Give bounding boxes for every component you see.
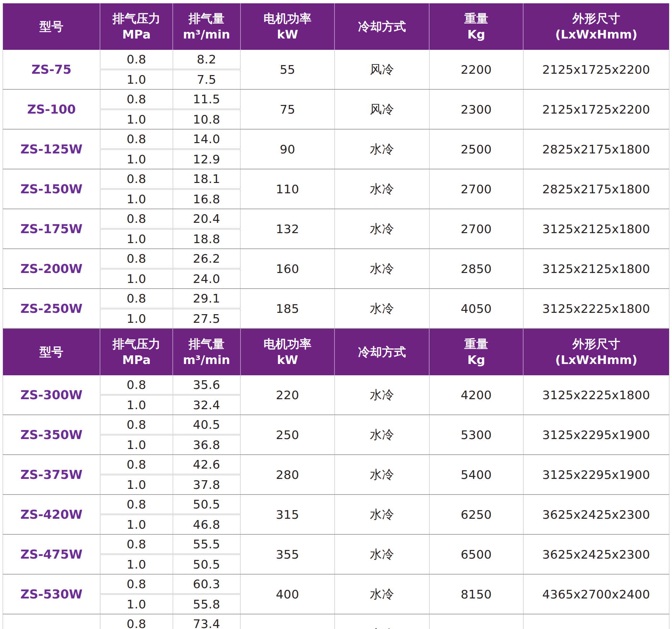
- header-row: 型号排气压力MPa排气量m³/min电机功率kW冷却方式重量Kg外形尺寸(LxW…: [3, 3, 669, 50]
- volume-cell: 20.4: [173, 209, 240, 229]
- cooling-cell: 水冷: [335, 534, 429, 574]
- header-label: (LxWxHmm): [524, 352, 669, 368]
- model-cell: ZS-125W: [3, 129, 100, 169]
- weight-cell: 2200: [429, 50, 523, 89]
- volume-cell: 27.5: [173, 309, 240, 329]
- volume-cell: 12.9: [173, 149, 240, 169]
- spec-table-upper: 型号排气压力MPa排气量m³/min电机功率kW冷却方式重量Kg外形尺寸(LxW…: [3, 3, 669, 329]
- cooling-cell: 风冷: [335, 89, 429, 129]
- power-cell: 90: [240, 129, 335, 169]
- pressure-cell: 1.0: [100, 189, 173, 209]
- header-label: 排气量: [173, 10, 240, 27]
- volume-cell: 46.8: [173, 514, 240, 534]
- header-label: (LxWxHmm): [524, 27, 669, 43]
- dims-cell: 3125x2225x1800: [523, 375, 669, 415]
- header-label: 型号: [3, 19, 100, 34]
- volume-cell: 24.0: [173, 269, 240, 289]
- power-cell: 55: [240, 50, 335, 89]
- column-header-pressure: 排气压力MPa: [100, 329, 173, 375]
- pressure-cell: 0.8: [100, 415, 173, 435]
- header-label: 冷却方式: [335, 19, 429, 34]
- header-label: MPa: [100, 27, 172, 43]
- column-header-model: 型号: [3, 3, 100, 50]
- model-cell: ZS-100: [3, 89, 100, 129]
- header-label: 电机功率: [241, 336, 335, 352]
- model-cell: ZS-530W: [3, 574, 100, 614]
- weight-cell: 2300: [429, 89, 523, 129]
- cooling-cell: 水冷: [335, 614, 429, 629]
- cooling-cell: 水冷: [335, 375, 429, 415]
- cooling-cell: 水冷: [335, 209, 429, 249]
- cooling-cell: 水冷: [335, 289, 429, 329]
- volume-cell: 29.1: [173, 289, 240, 309]
- power-cell: 280: [240, 455, 335, 494]
- volume-cell: 32.4: [173, 395, 240, 415]
- spec-row-top: ZS-600W0.873.4450水冷85504365x2700x2400: [3, 614, 669, 629]
- pressure-cell: 0.8: [100, 89, 173, 109]
- dims-cell: 3125x2125x1800: [523, 209, 669, 249]
- column-header-weight: 重量Kg: [429, 329, 523, 375]
- dims-cell: 3125x2225x1800: [523, 289, 669, 329]
- spec-row-top: ZS-1000.811.575风冷23002125x1725x2200: [3, 89, 669, 109]
- spec-row-top: ZS-375W0.842.6280水冷54003125x2295x1900: [3, 455, 669, 475]
- weight-cell: 2500: [429, 129, 523, 169]
- column-header-dims: 外形尺寸(LxWxHmm): [523, 3, 669, 50]
- power-cell: 400: [240, 574, 335, 614]
- spec-table-body: ZS-300W0.835.6220水冷42003125x2225x18001.0…: [3, 375, 669, 629]
- column-header-volume: 排气量m³/min: [173, 3, 240, 50]
- pressure-cell: 1.0: [100, 149, 173, 169]
- volume-cell: 55.8: [173, 594, 240, 614]
- cooling-cell: 水冷: [335, 249, 429, 289]
- spec-row-top: ZS-175W0.820.4132水冷27003125x2125x1800: [3, 209, 669, 229]
- cooling-cell: 水冷: [335, 415, 429, 455]
- volume-cell: 37.8: [173, 475, 240, 494]
- volume-cell: 50.5: [173, 554, 240, 574]
- spec-row-top: ZS-530W0.860.3400水冷81504365x2700x2400: [3, 574, 669, 594]
- column-header-cooling: 冷却方式: [335, 329, 429, 375]
- header-label: Kg: [430, 27, 523, 43]
- volume-cell: 16.8: [173, 189, 240, 209]
- pressure-cell: 1.0: [100, 514, 173, 534]
- spec-row-top: ZS-150W0.818.1110水冷27002825x2175x1800: [3, 169, 669, 189]
- model-cell: ZS-200W: [3, 249, 100, 289]
- power-cell: 355: [240, 534, 335, 574]
- power-cell: 250: [240, 415, 335, 455]
- spec-row-top: ZS-200W0.826.2160水冷28503125x2125x1800: [3, 249, 669, 269]
- model-cell: ZS-300W: [3, 375, 100, 415]
- model-cell: ZS-75: [3, 50, 100, 89]
- header-label: 排气量: [173, 336, 240, 352]
- weight-cell: 4050: [429, 289, 523, 329]
- weight-cell: 8550: [429, 614, 523, 629]
- dims-cell: 3625x2425x2300: [523, 494, 669, 534]
- weight-cell: 6250: [429, 494, 523, 534]
- dims-cell: 2825x2175x1800: [523, 129, 669, 169]
- volume-cell: 7.5: [173, 69, 240, 89]
- cooling-cell: 水冷: [335, 455, 429, 494]
- cooling-cell: 水冷: [335, 169, 429, 209]
- volume-cell: 26.2: [173, 249, 240, 269]
- pressure-cell: 1.0: [100, 435, 173, 455]
- pressure-cell: 0.8: [100, 455, 173, 475]
- volume-cell: 8.2: [173, 50, 240, 69]
- spec-row-top: ZS-350W0.840.5250水冷53003125x2295x1900: [3, 415, 669, 435]
- pressure-cell: 0.8: [100, 289, 173, 309]
- weight-cell: 8150: [429, 574, 523, 614]
- volume-cell: 42.6: [173, 455, 240, 475]
- spec-row-top: ZS-475W0.855.5355水冷65003625x2425x2300: [3, 534, 669, 554]
- model-cell: ZS-600W: [3, 614, 100, 629]
- dims-cell: 4365x2700x2400: [523, 574, 669, 614]
- volume-cell: 50.5: [173, 494, 240, 514]
- volume-cell: 60.3: [173, 574, 240, 594]
- spec-row-top: ZS-750.88.255风冷22002125x1725x2200: [3, 50, 669, 69]
- volume-cell: 18.8: [173, 229, 240, 249]
- column-header-model: 型号: [3, 329, 100, 375]
- header-label: 排气压力: [100, 10, 172, 27]
- header-label: 外形尺寸: [524, 10, 669, 27]
- model-cell: ZS-475W: [3, 534, 100, 574]
- weight-cell: 2700: [429, 169, 523, 209]
- pressure-cell: 0.8: [100, 50, 173, 69]
- dims-cell: 3125x2125x1800: [523, 249, 669, 289]
- pressure-cell: 0.8: [100, 375, 173, 395]
- pressure-cell: 1.0: [100, 69, 173, 89]
- column-header-power: 电机功率kW: [240, 3, 335, 50]
